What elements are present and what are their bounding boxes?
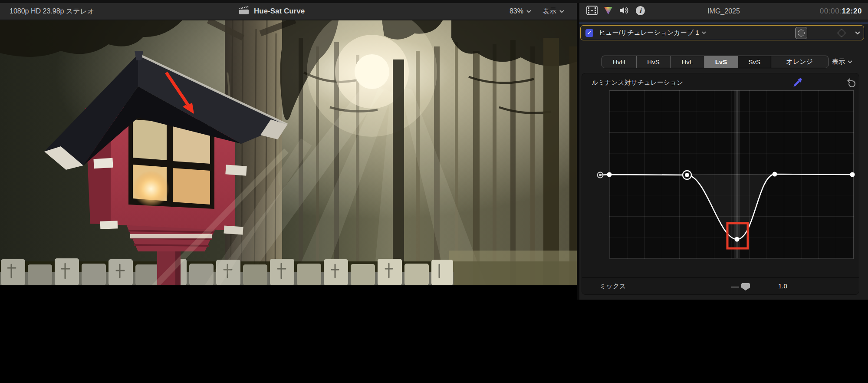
mix-slider-track[interactable] xyxy=(731,287,739,287)
video-scene xyxy=(0,20,577,285)
video-inspector-icon[interactable] xyxy=(586,6,598,17)
curves-view-label: 表示 xyxy=(832,58,845,66)
viewer-title-group[interactable]: Hue-Sat Curve xyxy=(239,3,305,20)
checkmark-icon: ✓ xyxy=(587,30,592,36)
tab-lvs[interactable]: LvS xyxy=(704,56,738,68)
view-dropdown[interactable]: 表示 xyxy=(542,7,564,16)
effect-name-label: ヒュー/サチュレーションカーブ 1 xyxy=(599,29,699,37)
selection-accent-line xyxy=(579,23,868,23)
audio-inspector-icon[interactable] xyxy=(619,6,629,17)
zoom-level-value: 83% xyxy=(510,7,523,15)
tab-hvs[interactable]: HvS xyxy=(637,56,671,68)
curve-area-fill xyxy=(687,174,775,239)
inspector-tab-icons: i xyxy=(586,3,645,20)
curve-baseline xyxy=(687,175,775,175)
chevron-down-icon xyxy=(526,10,531,13)
color-inspector-panel: ✓ ヒュー/サチュレーションカーブ 1 HvH HvS HvL LvS SvS … xyxy=(579,20,868,300)
clapperboard-icon xyxy=(239,6,249,17)
effect-enabled-checkbox[interactable]: ✓ xyxy=(585,29,593,37)
reset-curve-icon[interactable] xyxy=(846,78,856,88)
luma-vs-sat-curve-card: ルミナンス対サチュレーション xyxy=(582,73,859,295)
clip-name: IMG_2025 xyxy=(707,3,740,20)
chevron-down-icon[interactable] xyxy=(702,31,706,34)
effect-row-hue-sat-curves[interactable]: ✓ ヒュー/サチュレーションカーブ 1 xyxy=(580,25,864,40)
zoom-level-dropdown[interactable]: 83% xyxy=(510,7,531,15)
mix-label: ミックス xyxy=(599,282,626,291)
top-toolbar: 1080p HD 23.98p ステレオ Hue-Sat Curve 83% xyxy=(0,3,868,20)
curve-title: ルミナンス対サチュレーション xyxy=(592,79,683,87)
viewer-canvas[interactable] xyxy=(0,20,577,285)
mix-divider xyxy=(582,277,859,278)
chevron-down-icon xyxy=(559,10,564,13)
viewer-controls: 83% 表示 xyxy=(510,3,564,20)
mix-slider-handle[interactable] xyxy=(741,283,750,291)
inspector-header: i IMG_2025 00:00:12:20 xyxy=(579,3,868,20)
clip-format-info: 1080p HD 23.98p ステレオ xyxy=(10,3,94,20)
tab-hvh[interactable]: HvH xyxy=(602,56,637,68)
chevron-down-icon xyxy=(848,60,852,63)
video-frame xyxy=(0,20,577,285)
chevron-down-icon[interactable] xyxy=(855,31,860,35)
curves-view-dropdown[interactable]: 表示 xyxy=(832,56,852,68)
timecode-hours-minutes: 00:00: xyxy=(820,7,842,15)
tab-svs[interactable]: SvS xyxy=(738,56,771,68)
mask-circle-icon xyxy=(798,30,805,36)
curve-type-tabs: HvH HvS HvL LvS SvS オレンジ xyxy=(602,56,829,68)
eyedropper-icon[interactable] xyxy=(792,77,803,88)
keyframe-diamond-icon[interactable] xyxy=(837,29,846,37)
tab-hvl[interactable]: HvL xyxy=(671,56,704,68)
timecode: 00:00:12:20 xyxy=(820,3,862,20)
mix-value[interactable]: 1.0 xyxy=(778,282,787,290)
viewer-toolbar: 1080p HD 23.98p ステレオ Hue-Sat Curve 83% xyxy=(0,3,577,20)
view-dropdown-label: 表示 xyxy=(542,7,556,16)
info-inspector-icon[interactable]: i xyxy=(635,6,645,17)
fcp-window: 1080p HD 23.98p ステレオ Hue-Sat Curve 83% xyxy=(0,0,868,383)
window-top-strip xyxy=(0,0,868,3)
timecode-seconds-frames: 12:20 xyxy=(842,7,862,15)
curve-svg xyxy=(596,90,853,259)
tab-orange[interactable]: オレンジ xyxy=(771,56,828,68)
apply-mask-button[interactable] xyxy=(795,27,807,39)
color-inspector-icon[interactable] xyxy=(604,7,613,17)
viewer-title: Hue-Sat Curve xyxy=(254,7,305,16)
